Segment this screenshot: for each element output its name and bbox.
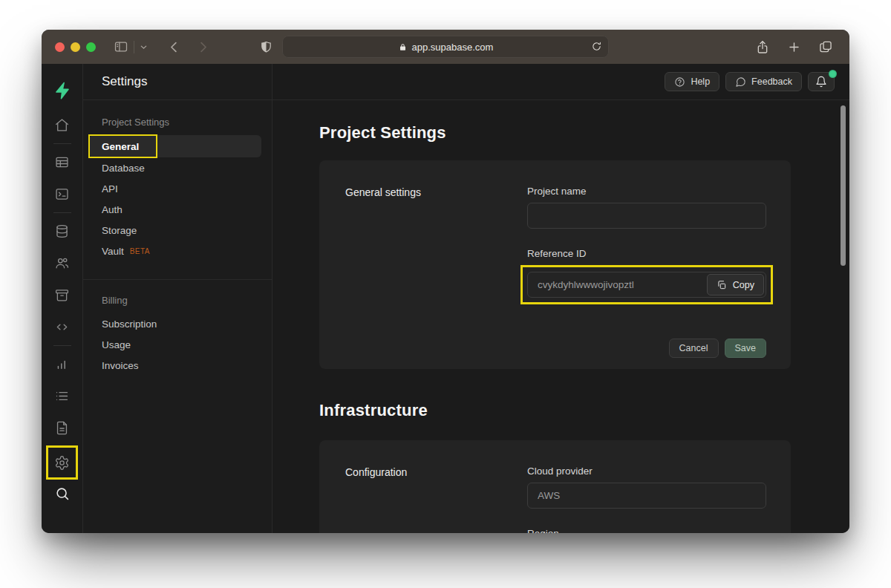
browser-window: app.supabase.com	[42, 30, 849, 533]
settings-gear-icon[interactable]	[54, 455, 70, 471]
rail-divider	[53, 212, 71, 213]
cloud-provider-label: Cloud provider	[527, 466, 766, 477]
sidebar-item-label: General	[102, 141, 139, 152]
sidebar-item-invoices[interactable]: Invoices	[89, 355, 261, 376]
project-name-label: Project name	[527, 186, 766, 197]
database-icon[interactable]	[54, 223, 70, 239]
forward-button[interactable]	[196, 40, 210, 54]
main-header: Help Feedback	[272, 64, 849, 100]
rail-divider	[53, 143, 71, 144]
sidebar-divider	[83, 279, 272, 280]
help-button[interactable]: Help	[665, 72, 719, 91]
sidebar-item-label: Auth	[102, 204, 123, 215]
reports-icon[interactable]	[54, 356, 70, 372]
browser-sidebar-toggle-icon[interactable]	[114, 39, 128, 54]
back-button[interactable]	[167, 40, 181, 54]
sidebar-section-label: Project Settings	[83, 117, 261, 128]
traffic-lights	[55, 42, 96, 52]
sidebar-item-usage[interactable]: Usage	[89, 334, 261, 355]
rail-divider	[53, 345, 71, 346]
search-icon[interactable]	[54, 486, 71, 502]
share-icon[interactable]	[755, 39, 770, 55]
project-name-input[interactable]	[527, 203, 766, 229]
sidebar-item-database[interactable]: Database	[89, 157, 261, 178]
cloud-provider-input[interactable]	[527, 483, 766, 509]
close-window-button[interactable]	[55, 42, 65, 52]
cancel-button[interactable]: Cancel	[669, 339, 719, 358]
bell-icon	[815, 76, 827, 88]
zoom-window-button[interactable]	[86, 42, 96, 52]
tab-group-chevron-down-icon[interactable]	[140, 43, 148, 51]
feedback-label: Feedback	[751, 76, 792, 87]
sidebar-item-subscription[interactable]: Subscription	[89, 313, 261, 334]
reference-id-label: Reference ID	[527, 248, 766, 259]
docs-icon[interactable]	[54, 420, 70, 436]
beta-badge: BETA	[130, 247, 150, 255]
card-section-label: General settings	[345, 186, 527, 304]
browser-titlebar: app.supabase.com	[42, 30, 849, 64]
sidebar-item-label: Database	[102, 163, 145, 174]
main-panel: Help Feedback Project Settings	[272, 64, 849, 533]
infrastructure-card: Configuration Cloud provider Region	[319, 440, 791, 533]
address-bar[interactable]: app.supabase.com	[282, 36, 609, 58]
sql-editor-icon[interactable]	[54, 186, 70, 202]
url-text: app.supabase.com	[412, 42, 494, 53]
annotation-box-reference-id: Copy	[520, 265, 773, 304]
copy-label: Copy	[733, 280, 754, 290]
notification-dot	[829, 70, 837, 78]
annotation-box-settings	[46, 445, 78, 480]
privacy-shield-icon[interactable]	[259, 39, 273, 55]
lock-icon	[398, 42, 408, 52]
infrastructure-title: Infrastructure	[319, 401, 791, 420]
general-settings-card: General settings Project name Reference …	[319, 160, 791, 369]
storage-icon[interactable]	[54, 287, 70, 303]
scrollbar-thumb[interactable]	[841, 105, 846, 266]
tab-overview-icon[interactable]	[818, 39, 833, 54]
titlebar-separator	[134, 41, 134, 53]
reload-icon[interactable]	[591, 41, 602, 52]
feedback-button[interactable]: Feedback	[725, 72, 802, 91]
sidebar-item-general[interactable]: General	[89, 135, 261, 157]
chat-bubble-icon	[735, 76, 746, 88]
edge-functions-icon[interactable]	[54, 319, 70, 335]
sidebar-item-vault[interactable]: Vault BETA	[89, 241, 261, 261]
sidebar-title: Settings	[83, 64, 272, 100]
help-circle-icon	[674, 76, 685, 88]
primary-icon-rail	[42, 64, 83, 533]
sidebar-item-label: Invoices	[102, 360, 139, 371]
help-label: Help	[691, 76, 710, 87]
region-label: Region	[527, 528, 766, 533]
sidebar-item-auth[interactable]: Auth	[89, 199, 261, 220]
settings-content: Project Settings General settings Projec…	[272, 100, 849, 533]
sidebar-item-api[interactable]: API	[89, 178, 261, 199]
minimize-window-button[interactable]	[71, 42, 80, 52]
logs-icon[interactable]	[54, 388, 70, 404]
sidebar-item-label: Vault	[102, 246, 124, 257]
sidebar-item-label: Subscription	[102, 318, 157, 330]
copy-button[interactable]: Copy	[707, 274, 764, 295]
supabase-logo[interactable]	[53, 81, 72, 100]
auth-users-icon[interactable]	[54, 255, 70, 271]
notifications-button[interactable]	[808, 72, 835, 91]
sidebar-item-label: API	[102, 183, 118, 195]
sidebar-item-storage[interactable]: Storage	[89, 220, 261, 241]
settings-sidebar: Settings Project Settings General Databa…	[83, 64, 272, 533]
copy-icon	[717, 280, 727, 290]
sidebar-item-label: Storage	[102, 225, 137, 236]
table-editor-icon[interactable]	[54, 154, 70, 170]
save-button[interactable]: Save	[725, 339, 767, 358]
sidebar-section-label: Billing	[83, 295, 261, 306]
new-tab-icon[interactable]	[787, 40, 801, 54]
page-title: Project Settings	[319, 123, 791, 143]
sidebar-item-label: Usage	[102, 339, 131, 350]
home-icon[interactable]	[54, 117, 70, 133]
card-section-label: Configuration	[345, 466, 527, 533]
